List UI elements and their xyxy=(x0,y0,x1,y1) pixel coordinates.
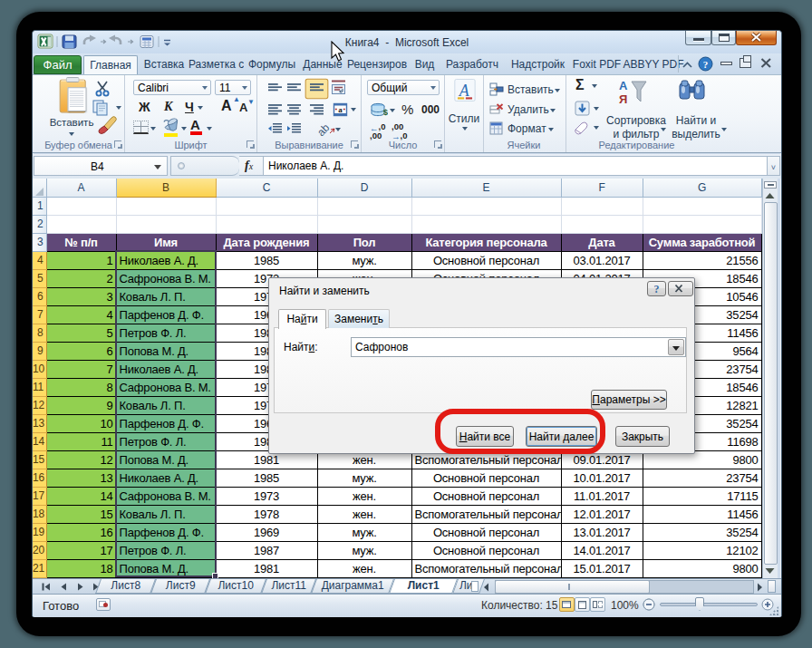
svg-text:?: ? xyxy=(654,283,660,295)
svg-text:A: A xyxy=(459,82,469,100)
svg-text:Я: Я xyxy=(619,92,627,106)
svg-text:$: $ xyxy=(383,108,388,117)
svg-text:ab: ab xyxy=(318,121,333,138)
svg-text:А: А xyxy=(619,79,628,92)
svg-text:?: ? xyxy=(703,59,709,70)
svg-text:a: a xyxy=(338,105,343,114)
